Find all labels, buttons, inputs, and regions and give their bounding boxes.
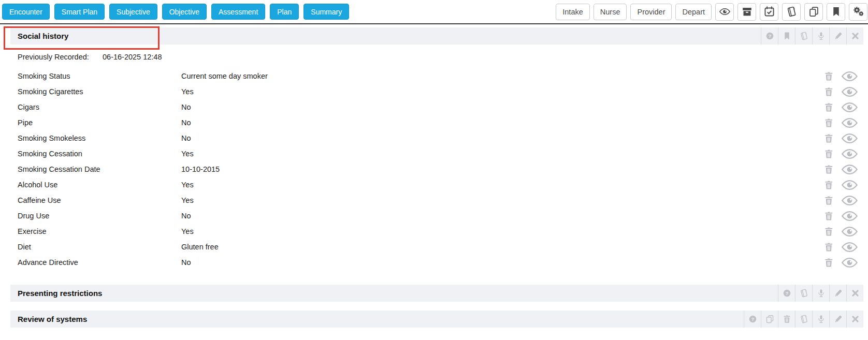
book-icon-button[interactable]	[795, 285, 812, 302]
nav-button-smart-plan[interactable]: Smart Plan	[54, 4, 105, 20]
review-of-systems-header-icons: ?	[744, 311, 863, 328]
eye-icon[interactable]	[842, 165, 858, 174]
microphone-icon-button[interactable]	[812, 311, 829, 328]
review-of-systems-section-header: Review of systems ?	[10, 311, 863, 328]
trash-icon[interactable]	[824, 196, 833, 205]
row-label: Cigars	[18, 103, 181, 111]
review-of-systems-title: Review of systems	[18, 315, 87, 323]
archive-icon	[742, 6, 753, 17]
social-history-row-exercise: ExerciseYes	[0, 224, 868, 239]
nav-button-objective[interactable]: Objective	[162, 4, 207, 20]
trash-icon[interactable]	[824, 242, 833, 252]
close-icon-button[interactable]	[846, 311, 863, 328]
trash-icon[interactable]	[824, 102, 833, 112]
social-history-row-smoking-cessation-date: Smoking Cessation Date10-10-2015	[0, 161, 868, 177]
book-icon	[800, 32, 808, 40]
presenting-restrictions-title: Presenting restrictions	[18, 289, 102, 298]
row-actions	[824, 165, 858, 174]
help-icon-button[interactable]: ?	[761, 27, 778, 45]
toolbar-icon-group	[715, 3, 867, 21]
row-label: Smoking Cessation Date	[18, 165, 181, 173]
eye-icon[interactable]	[842, 211, 858, 221]
archive-button[interactable]	[737, 3, 756, 21]
eye-icon	[719, 6, 730, 17]
bookmark-icon	[831, 6, 842, 17]
help-icon-button[interactable]: ?	[744, 311, 761, 328]
microphone-icon-button[interactable]	[812, 27, 829, 45]
pencil-icon-button[interactable]	[829, 285, 846, 302]
copy-icon-button[interactable]	[761, 311, 778, 328]
trash-icon[interactable]	[824, 87, 833, 97]
social-history-header-icons: ?	[761, 27, 863, 45]
social-history-row-drug-use: Drug UseNo	[0, 208, 868, 224]
row-value: No	[181, 119, 824, 127]
row-value: Yes	[181, 87, 824, 96]
eye-icon[interactable]	[842, 71, 858, 81]
social-history-row-diet: DietGluten free	[0, 239, 868, 255]
nav-button-subjective[interactable]: Subjective	[109, 4, 157, 20]
pencil-icon	[834, 32, 843, 40]
close-icon-button[interactable]	[846, 285, 863, 302]
nav-button-assessment[interactable]: Assessment	[211, 4, 265, 20]
trash-icon[interactable]	[824, 180, 833, 190]
close-icon	[851, 32, 860, 40]
help-icon-button[interactable]: ?	[778, 285, 795, 302]
row-label: Alcohol Use	[18, 181, 181, 189]
row-label: Smoking Smokeless	[18, 134, 181, 142]
stage-button-depart[interactable]: Depart	[675, 4, 712, 20]
trash-icon-button[interactable]	[778, 311, 795, 328]
eye-icon[interactable]	[842, 134, 858, 143]
nav-button-plan[interactable]: Plan	[270, 4, 299, 20]
trash-icon[interactable]	[824, 227, 833, 236]
row-actions	[824, 71, 858, 81]
row-actions	[824, 87, 858, 97]
calendar-check-icon	[764, 6, 775, 17]
copy-button[interactable]	[804, 3, 823, 21]
eye-icon[interactable]	[842, 258, 858, 268]
eye-icon[interactable]	[842, 102, 858, 112]
trash-icon[interactable]	[824, 211, 833, 221]
help-icon: ?	[765, 32, 774, 40]
trash-icon[interactable]	[824, 134, 833, 143]
eye-icon[interactable]	[842, 149, 858, 159]
eye-button[interactable]	[715, 3, 734, 21]
presenting-restrictions-header-icons: ?	[778, 285, 863, 302]
bookmark-button[interactable]	[827, 3, 845, 21]
book-icon-button[interactable]	[795, 27, 812, 45]
nav-button-encounter[interactable]: Encounter	[2, 4, 50, 20]
trash-icon[interactable]	[824, 118, 833, 128]
trash-icon[interactable]	[824, 258, 833, 268]
social-history-row-caffeine-use: Caffeine UseYes	[0, 193, 868, 208]
pencil-icon-button[interactable]	[829, 311, 846, 328]
eye-icon[interactable]	[842, 196, 858, 205]
nav-button-summary[interactable]: Summary	[303, 4, 349, 20]
pencil-icon	[834, 315, 843, 323]
row-label: Pipe	[18, 119, 181, 127]
eye-icon[interactable]	[842, 87, 858, 97]
stage-button-group: IntakeNurseProviderDepart	[556, 4, 712, 20]
microphone-icon	[817, 315, 826, 323]
calendar-check-button[interactable]	[760, 3, 778, 21]
social-history-row-cigars: CigarsNo	[0, 99, 868, 115]
eye-icon[interactable]	[842, 180, 858, 190]
gears-icon	[853, 6, 864, 17]
stage-button-intake[interactable]: Intake	[556, 4, 590, 20]
trash-icon[interactable]	[824, 149, 833, 159]
eye-icon[interactable]	[842, 242, 858, 252]
row-value: No	[181, 258, 824, 267]
eye-icon[interactable]	[842, 118, 858, 128]
trash-icon[interactable]	[824, 71, 833, 81]
book-icon-button[interactable]	[795, 311, 812, 328]
pencil-icon-button[interactable]	[829, 27, 846, 45]
close-icon-button[interactable]	[846, 27, 863, 45]
microphone-icon-button[interactable]	[812, 285, 829, 302]
row-actions	[824, 134, 858, 143]
social-history-row-advance-directive: Advance DirectiveNo	[0, 255, 868, 270]
gears-button[interactable]	[849, 3, 867, 21]
eye-icon[interactable]	[842, 227, 858, 236]
trash-icon[interactable]	[824, 165, 833, 174]
book-button[interactable]	[782, 3, 801, 21]
stage-button-provider[interactable]: Provider	[630, 4, 672, 20]
bookmark-icon-button[interactable]	[778, 27, 795, 45]
stage-button-nurse[interactable]: Nurse	[594, 4, 627, 20]
